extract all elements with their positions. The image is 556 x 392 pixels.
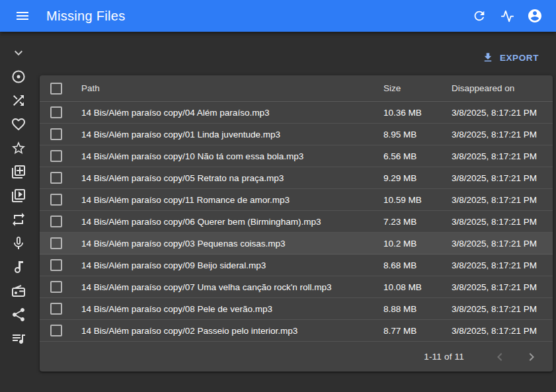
disappeared-cell: 3/8/2025, 8:17:21 PM bbox=[443, 130, 553, 139]
sidebar-item-random[interactable] bbox=[7, 89, 30, 112]
row-checkbox[interactable] bbox=[50, 281, 62, 293]
album-icon bbox=[11, 69, 26, 85]
column-header-path[interactable]: Path bbox=[73, 83, 375, 93]
table-header-row: Path Size Disappeared on bbox=[40, 75, 553, 102]
heart-icon bbox=[11, 116, 26, 132]
path-cell: 14 Bis/Além paraíso copy/06 Querer bem (… bbox=[73, 217, 375, 227]
column-header-size[interactable]: Size bbox=[375, 83, 443, 93]
radio-icon bbox=[11, 283, 26, 299]
disappeared-cell: 3/8/2025, 8:17:21 PM bbox=[443, 195, 553, 205]
missing-files-table: Path Size Disappeared on 14 Bis/Além par… bbox=[40, 75, 553, 372]
size-cell: 6.56 MB bbox=[375, 151, 443, 161]
row-checkbox[interactable] bbox=[50, 150, 62, 162]
sidebar-item-radios[interactable] bbox=[7, 279, 30, 303]
chevron-down-icon bbox=[11, 45, 26, 61]
table-row[interactable]: 14 Bis/Além paraíso copy/10 Não tá com e… bbox=[40, 145, 553, 167]
appbar: Missing Files bbox=[0, 0, 556, 32]
sidebar bbox=[0, 32, 37, 392]
table-row[interactable]: 14 Bis/Além paraíso copy/07 Uma velha ca… bbox=[40, 276, 553, 298]
size-cell: 10.2 MB bbox=[375, 239, 443, 249]
repeat-icon bbox=[11, 212, 26, 227]
table-row[interactable]: 14 Bis/Além paraíso copy/05 Retrato na p… bbox=[40, 167, 553, 189]
menu-button[interactable] bbox=[9, 3, 36, 29]
size-cell: 8.77 MB bbox=[375, 326, 443, 336]
chevron-left-icon bbox=[492, 349, 508, 365]
disappeared-cell: 3/8/2025, 8:17:21 PM bbox=[443, 151, 553, 161]
path-cell: 14 Bis/Além paraíso copy/04 Além paraíso… bbox=[73, 108, 375, 118]
pagination-range-label: 1-11 of 11 bbox=[424, 352, 464, 362]
table-row[interactable]: 14 Bis/Além paraíso copy/11 Romance de a… bbox=[40, 189, 553, 211]
activity-button[interactable] bbox=[494, 3, 520, 29]
disappeared-cell: 3/8/2025, 8:17:21 PM bbox=[443, 108, 553, 118]
path-cell: 14 Bis/Além paraíso copy/11 Romance de a… bbox=[73, 195, 375, 205]
sidebar-item-favourites[interactable] bbox=[7, 112, 30, 136]
next-page-button[interactable] bbox=[518, 344, 545, 370]
disappeared-cell: 3/8/2025, 8:17:21 PM bbox=[443, 260, 553, 270]
refresh-icon bbox=[472, 9, 487, 23]
disappeared-cell: 3/8/2025, 8:17:21 PM bbox=[443, 173, 553, 183]
pagination: 1-11 of 11 bbox=[40, 342, 553, 372]
account-button[interactable] bbox=[522, 3, 548, 29]
table-row[interactable]: 14 Bis/Além paraíso copy/08 Pele de verã… bbox=[40, 298, 553, 320]
menu-icon bbox=[15, 8, 30, 24]
table-row[interactable]: 14 Bis/Além paraíso copy/09 Beijo sidera… bbox=[40, 255, 553, 276]
refresh-button[interactable] bbox=[466, 3, 493, 29]
disappeared-cell: 3/8/2025, 8:17:21 PM bbox=[443, 326, 553, 336]
sidebar-item-recently-added[interactable] bbox=[7, 160, 30, 184]
sidebar-item-playlists[interactable] bbox=[7, 327, 30, 350]
table-row[interactable]: 14 Bis/Além paraíso copy/06 Querer bem (… bbox=[40, 211, 553, 233]
chevron-right-icon bbox=[524, 349, 539, 365]
table-row[interactable]: 14 Bis/Além paraíso copy/04 Além paraíso… bbox=[40, 102, 553, 124]
row-checkbox[interactable] bbox=[50, 128, 62, 140]
sidebar-item-artists[interactable] bbox=[7, 231, 30, 255]
path-cell: 14 Bis/Além paraíso copy/09 Beijo sidera… bbox=[73, 260, 375, 270]
row-checkbox[interactable] bbox=[50, 106, 62, 118]
row-checkbox[interactable] bbox=[50, 194, 62, 206]
export-button[interactable]: EXPORT bbox=[478, 49, 543, 66]
table-row[interactable]: 14 Bis/Além paraíso copy/01 Linda juvent… bbox=[40, 124, 553, 145]
size-cell: 8.88 MB bbox=[375, 304, 443, 314]
download-icon bbox=[482, 52, 494, 63]
path-cell: 14 Bis/Além paraíso copy/08 Pele de verã… bbox=[73, 304, 375, 314]
row-checkbox[interactable] bbox=[50, 259, 62, 271]
sidebar-item-songs[interactable] bbox=[7, 255, 30, 279]
row-checkbox[interactable] bbox=[50, 325, 62, 336]
activity-icon bbox=[500, 9, 514, 23]
path-cell: 14 Bis/Além paraíso copy/10 Não tá com e… bbox=[73, 151, 375, 161]
size-cell: 7.23 MB bbox=[375, 217, 443, 227]
table-body: 14 Bis/Além paraíso copy/04 Além paraíso… bbox=[40, 102, 553, 342]
shuffle-icon bbox=[11, 93, 26, 108]
disappeared-cell: 3/8/2025, 8:17:21 PM bbox=[443, 217, 553, 227]
sidebar-collapse-button[interactable] bbox=[7, 41, 30, 65]
row-checkbox[interactable] bbox=[50, 216, 62, 227]
column-header-disappeared-on[interactable]: Disappeared on bbox=[443, 83, 553, 93]
export-button-label: EXPORT bbox=[500, 53, 539, 63]
path-cell: 14 Bis/Além paraíso copy/02 Passeio pelo… bbox=[73, 326, 375, 336]
size-cell: 8.95 MB bbox=[375, 130, 443, 139]
row-checkbox[interactable] bbox=[50, 172, 62, 184]
size-cell: 8.68 MB bbox=[375, 260, 443, 270]
main-content: EXPORT Path Size Disappeared on 14 Bis/A… bbox=[37, 32, 556, 392]
disappeared-cell: 3/8/2025, 8:17:21 PM bbox=[443, 304, 553, 314]
disappeared-cell: 3/8/2025, 8:17:21 PM bbox=[443, 282, 553, 292]
page-title: Missing Files bbox=[46, 9, 125, 24]
disappeared-cell: 3/8/2025, 8:17:21 PM bbox=[443, 239, 553, 249]
library-add-icon bbox=[11, 164, 26, 180]
row-checkbox[interactable] bbox=[50, 303, 62, 315]
table-row[interactable]: 14 Bis/Além paraíso copy/02 Passeio pelo… bbox=[40, 320, 553, 342]
sidebar-item-shares[interactable] bbox=[7, 303, 30, 327]
sidebar-item-albums[interactable] bbox=[7, 65, 30, 89]
select-all-checkbox[interactable] bbox=[50, 83, 62, 95]
star-icon bbox=[11, 140, 26, 156]
path-cell: 14 Bis/Além paraíso copy/05 Retrato na p… bbox=[73, 173, 375, 183]
sidebar-item-most-played[interactable] bbox=[7, 184, 30, 208]
row-checkbox[interactable] bbox=[50, 237, 62, 249]
previous-page-button[interactable] bbox=[487, 344, 513, 370]
size-cell: 10.36 MB bbox=[375, 108, 443, 118]
table-row[interactable]: 14 Bis/Além paraíso copy/03 Pequenas coi… bbox=[40, 233, 553, 255]
music-note-icon bbox=[11, 259, 26, 275]
path-cell: 14 Bis/Além paraíso copy/07 Uma velha ca… bbox=[73, 282, 375, 292]
sidebar-item-top-rated[interactable] bbox=[7, 136, 30, 160]
share-icon bbox=[11, 307, 26, 323]
sidebar-item-recently-played[interactable] bbox=[7, 208, 30, 231]
